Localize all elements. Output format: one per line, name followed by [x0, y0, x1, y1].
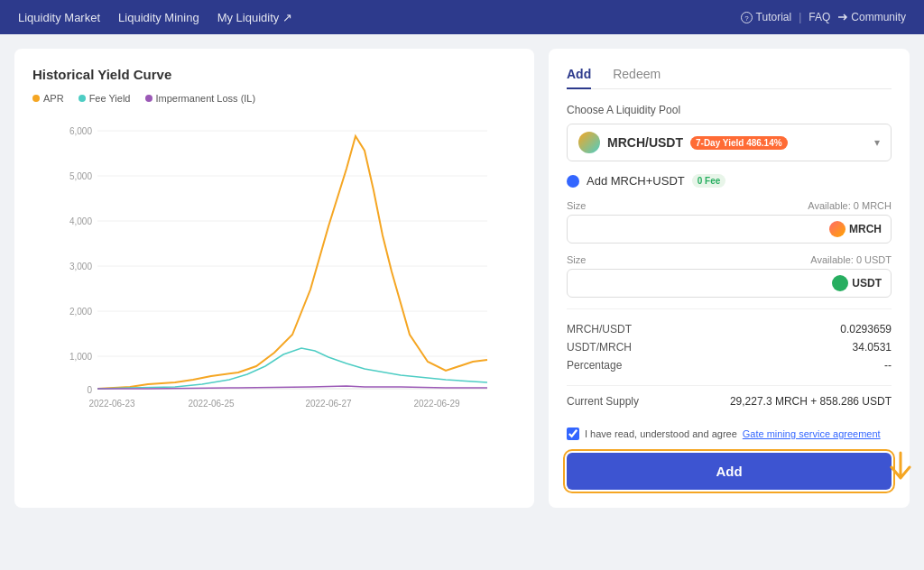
info-label-mrch-usdt: MRCH/USDT	[567, 323, 632, 336]
community-icon	[837, 12, 848, 23]
legend-fee-label: Fee Yield	[89, 93, 131, 104]
supply-label: Current Supply	[567, 395, 639, 408]
y-label-5000: 5,000	[69, 171, 92, 181]
y-label-3000: 3,000	[69, 262, 92, 271]
chart-legend: APR Fee Yield Impermanent Loss (IL)	[32, 93, 516, 104]
tutorial-icon: ?	[741, 12, 753, 23]
il-dot	[145, 95, 152, 102]
x-label-4: 2022-06-29	[413, 399, 460, 409]
nav-liquidity-market[interactable]: Liquidity Market	[18, 11, 100, 24]
community-link[interactable]: Community	[837, 11, 906, 23]
dropdown-arrow-icon: ▾	[874, 136, 880, 149]
pool-name: MRCH/USDT	[607, 135, 683, 150]
tutorial-link[interactable]: ? Tutorial	[741, 11, 792, 23]
chart-title: Historical Yield Curve	[32, 67, 516, 82]
faq-link[interactable]: FAQ	[808, 11, 830, 23]
apr-dot	[32, 95, 40, 102]
legend-il: Impermanent Loss (IL)	[145, 93, 256, 104]
available-usdt: Available: 0 USDT	[810, 254, 892, 265]
agreement-text: I have read, understood and agree	[585, 428, 737, 439]
x-label-3: 2022-06-27	[305, 399, 352, 409]
size-row-mrch: Size Available: 0 MRCH MRCH	[567, 200, 892, 244]
y-label-2000: 2,000	[69, 307, 92, 317]
pool-selector[interactable]: MRCH/USDT 7-Day Yield 486.14% ▾	[567, 124, 892, 161]
fee-yield-line	[97, 348, 487, 389]
info-val-usdt-mrch: 34.0531	[853, 341, 892, 354]
legend-il-label: Impermanent Loss (IL)	[156, 93, 256, 104]
tab-add[interactable]: Add	[567, 67, 591, 88]
pool-left: MRCH/USDT 7-Day Yield 486.14%	[578, 132, 788, 153]
info-val-percentage: --	[884, 359, 892, 372]
nav-liquidity-mining[interactable]: Liquidity Mining	[118, 11, 199, 24]
yield-badge: 7-Day Yield 486.14%	[690, 136, 788, 150]
x-label-2: 2022-06-25	[188, 399, 235, 409]
mrch-token-badge: MRCH	[829, 221, 882, 237]
usdt-token-icon	[832, 275, 848, 291]
size-header-mrch: Size Available: 0 MRCH	[567, 200, 892, 211]
legend-fee: Fee Yield	[79, 93, 131, 104]
tab-redeem[interactable]: Redeem	[613, 67, 661, 88]
mrch-token-icon	[829, 221, 845, 237]
y-label-0: 0	[87, 385, 92, 395]
size-input-wrap-mrch: MRCH	[567, 215, 892, 244]
add-button-wrap: Add	[567, 453, 892, 490]
agreement-link[interactable]: Gate mining service agreement	[743, 428, 881, 439]
y-label-4000: 4,000	[69, 216, 92, 226]
tabs: Add Redeem	[567, 67, 892, 89]
header-nav: Liquidity Market Liquidity Mining My Liq…	[18, 11, 292, 24]
legend-apr: APR	[32, 93, 64, 104]
size-label-mrch: Size	[567, 200, 586, 211]
chart-area: 6,000 5,000 4,000 3,000 2,000 1,000 0	[32, 118, 516, 416]
svg-text:?: ?	[744, 14, 749, 23]
legend-apr-label: APR	[43, 93, 64, 104]
usdt-token-badge: USDT	[832, 275, 882, 291]
info-val-mrch-usdt: 0.0293659	[840, 323, 892, 336]
supply-value: 29,227.3 MRCH + 858.286 USDT	[730, 395, 892, 408]
fee-dot	[79, 95, 86, 102]
usdt-amount-input[interactable]	[577, 277, 825, 290]
info-row-usdt-mrch: USDT/MRCH 34.0531	[567, 338, 892, 356]
supply-row: Current Supply 29,227.3 MRCH + 858.286 U…	[567, 385, 892, 417]
info-label-percentage: Percentage	[567, 359, 622, 372]
nav-my-liquidity[interactable]: My Liquidity ↗	[217, 11, 292, 24]
pool-icon	[578, 132, 600, 153]
main-content: Historical Yield Curve APR Fee Yield Imp…	[0, 34, 924, 522]
y-label-1000: 1,000	[69, 352, 92, 362]
size-label-usdt: Size	[567, 254, 586, 265]
info-label-usdt-mrch: USDT/MRCH	[567, 341, 632, 354]
mrch-token-label: MRCH	[849, 223, 882, 235]
add-button[interactable]: Add	[567, 453, 892, 490]
pool-label: Choose A Liquidity Pool	[567, 104, 892, 116]
blue-circle-icon	[567, 175, 579, 188]
size-header-usdt: Size Available: 0 USDT	[567, 254, 892, 265]
right-panel: Add Redeem Choose A Liquidity Pool MRCH/…	[549, 49, 910, 508]
separator: |	[799, 11, 801, 23]
info-table: MRCH/USDT 0.0293659 USDT/MRCH 34.0531 Pe…	[567, 308, 892, 374]
y-label-6000: 6,000	[69, 126, 92, 136]
available-mrch: Available: 0 MRCH	[808, 200, 892, 211]
info-row-mrch-usdt: MRCH/USDT 0.0293659	[567, 320, 892, 338]
arrow-down-icon	[884, 451, 917, 483]
usdt-token-label: USDT	[852, 277, 882, 290]
size-row-usdt: Size Available: 0 USDT USDT	[567, 254, 892, 298]
add-label: Add MRCH+USDT	[587, 174, 685, 188]
mrch-amount-input[interactable]	[577, 223, 822, 236]
info-row-percentage: Percentage --	[567, 356, 892, 374]
agreement-checkbox[interactable]	[567, 428, 579, 440]
add-mrch-usdt-row: Add MRCH+USDT 0 Fee	[567, 174, 892, 188]
fee-badge: 0 Fee	[692, 174, 726, 188]
x-label-1: 2022-06-23	[88, 399, 135, 409]
header-right-links: ? Tutorial | FAQ Community	[741, 11, 906, 23]
chart-panel: Historical Yield Curve APR Fee Yield Imp…	[14, 49, 534, 508]
size-input-wrap-usdt: USDT	[567, 269, 892, 298]
agreement-row: I have read, understood and agree Gate m…	[567, 428, 892, 440]
yield-curve-chart: 6,000 5,000 4,000 3,000 2,000 1,000 0	[32, 118, 516, 416]
header: Liquidity Market Liquidity Mining My Liq…	[0, 0, 924, 34]
arrow-annotation	[884, 451, 917, 486]
